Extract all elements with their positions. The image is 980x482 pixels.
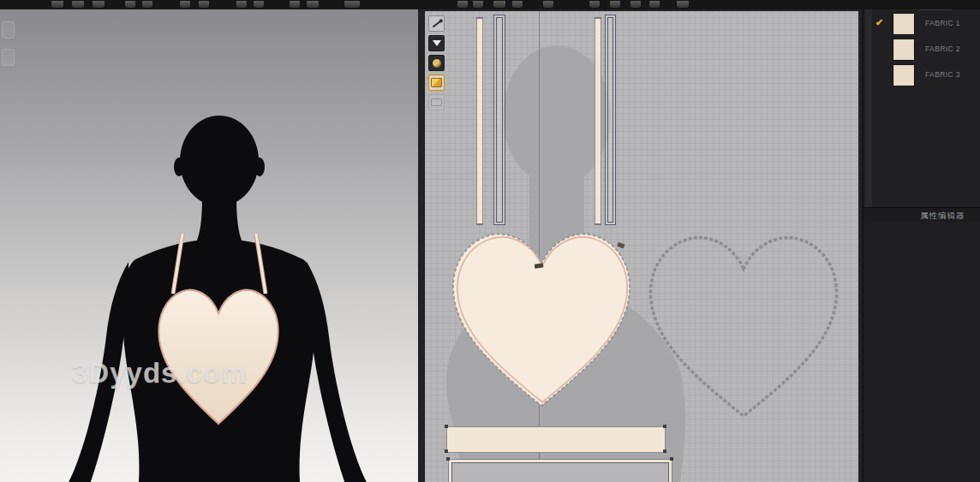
- toolbar-icon[interactable]: [254, 1, 264, 8]
- fabric-swatch[interactable]: [893, 14, 914, 34]
- pattern-point[interactable]: [445, 449, 448, 453]
- pattern-window-frame: [418, 9, 862, 482]
- toolbar-icon[interactable]: [610, 1, 620, 8]
- toolbar-icon[interactable]: [543, 1, 553, 8]
- toolbar-icon[interactable]: [72, 1, 84, 8]
- fabric-swatch-icon[interactable]: [428, 74, 445, 91]
- toolbar-icon[interactable]: [236, 1, 247, 8]
- sewing-needle-icon[interactable]: [428, 15, 445, 32]
- toolbar-icon[interactable]: [290, 1, 300, 8]
- tape-measure-icon[interactable]: [428, 94, 445, 110]
- pattern-band[interactable]: [446, 426, 666, 453]
- fabric-label: FABRIC 2: [925, 45, 960, 53]
- property-editor-title: 属性编辑器: [920, 211, 965, 222]
- toolbar-icon[interactable]: [677, 1, 689, 8]
- toolbar-icon[interactable]: [493, 1, 505, 8]
- toolbar-icon[interactable]: [125, 1, 135, 8]
- property-editor-body: [863, 222, 980, 482]
- pattern-hearts[interactable]: [425, 11, 858, 482]
- toolbar-icon[interactable]: [93, 1, 105, 8]
- toolbar-icon[interactable]: [142, 1, 152, 8]
- fabric-list: ✔ FABRIC 1 FABRIC 2 FABRIC 3: [863, 12, 980, 89]
- fabric-item[interactable]: ✔ FABRIC 1: [863, 12, 980, 38]
- pattern-band-outline[interactable]: [448, 459, 672, 482]
- pattern-point[interactable]: [663, 425, 666, 428]
- avatar-3d-render: [0, 9, 418, 482]
- view-gizmo-icon[interactable]: [2, 21, 15, 39]
- pattern-canvas-2d[interactable]: [425, 11, 858, 482]
- toolbar-icon[interactable]: [630, 1, 641, 8]
- toolbar-icon[interactable]: [457, 1, 468, 8]
- fabric-label: FABRIC 1: [925, 19, 960, 27]
- toolbar-icon[interactable]: [589, 1, 600, 8]
- view-gizmo-icon[interactable]: [2, 49, 15, 66]
- fabric-item[interactable]: FABRIC 3: [863, 63, 980, 89]
- pattern-point[interactable]: [445, 425, 448, 428]
- notch-mark: [617, 242, 624, 248]
- pattern-fold-icon[interactable]: [428, 35, 445, 51]
- toolbar-icon[interactable]: [199, 1, 209, 8]
- check-icon: ✔: [875, 17, 883, 28]
- toolbar-icon[interactable]: [512, 1, 523, 8]
- toolbar-icon[interactable]: [344, 1, 360, 8]
- toolbar-icon[interactable]: [51, 1, 63, 8]
- pattern-heart-back-outline[interactable]: [650, 238, 836, 416]
- viewport-3d[interactable]: 3Dyyds.com: [0, 9, 418, 482]
- pattern-point[interactable]: [663, 449, 666, 453]
- fabric-swatch[interactable]: [893, 39, 914, 60]
- toolbar-icon[interactable]: [473, 1, 483, 8]
- pattern-tools: [428, 15, 445, 110]
- top-toolbar: [0, 0, 980, 9]
- fabric-panel: + 增加 ✔ FABRIC 1 FABRIC 2 FABRIC 3 属性编辑器: [862, 0, 980, 482]
- toolbar-icon[interactable]: [649, 1, 660, 8]
- fabric-label: FABRIC 3: [925, 70, 960, 79]
- texture-ball-icon[interactable]: [428, 55, 445, 71]
- toolbar-icon[interactable]: [180, 1, 190, 8]
- mannequin-body: [67, 116, 368, 482]
- toolbar-icon[interactable]: [307, 1, 319, 8]
- pattern-heart-front[interactable]: [453, 234, 630, 406]
- pattern-point[interactable]: [670, 457, 673, 461]
- app-window: 3Dyyds.com: [0, 0, 980, 482]
- pattern-point[interactable]: [446, 457, 450, 461]
- fabric-swatch[interactable]: [893, 65, 914, 86]
- fabric-item[interactable]: FABRIC 2: [863, 38, 980, 63]
- property-editor-header[interactable]: 属性编辑器: [863, 208, 980, 222]
